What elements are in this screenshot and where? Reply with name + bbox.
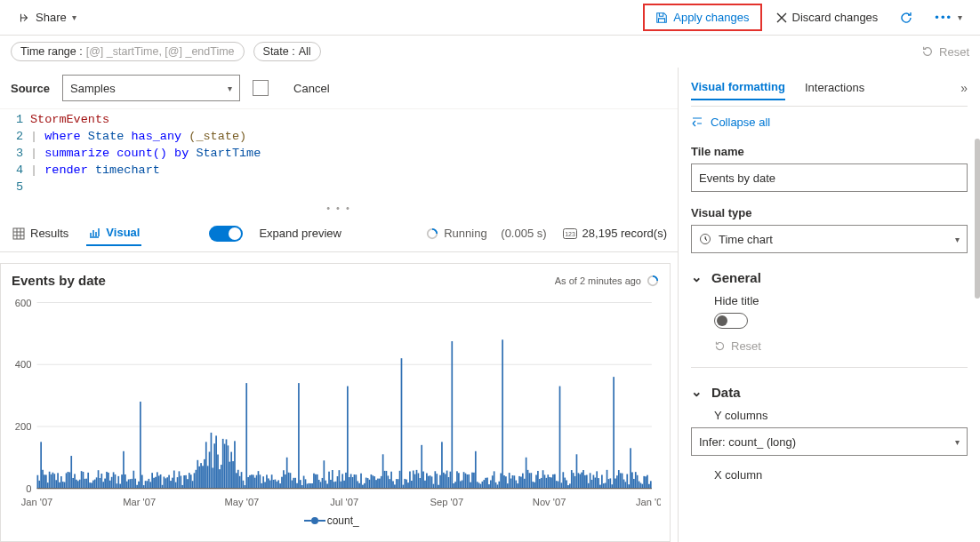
svg-rect-267 bbox=[453, 483, 454, 489]
scrollbar[interactable] bbox=[975, 139, 980, 299]
svg-rect-174 bbox=[296, 483, 298, 489]
tile-name-input[interactable]: Events by date bbox=[691, 163, 968, 192]
svg-rect-177 bbox=[301, 485, 303, 489]
svg-rect-249 bbox=[422, 472, 424, 489]
tab-results[interactable]: Results bbox=[11, 221, 70, 245]
reset-filters-button[interactable]: Reset bbox=[921, 45, 969, 59]
svg-rect-159 bbox=[271, 474, 273, 488]
svg-rect-62 bbox=[108, 473, 109, 489]
svg-rect-156 bbox=[266, 474, 268, 488]
svg-rect-365 bbox=[618, 470, 620, 489]
svg-rect-173 bbox=[294, 478, 296, 489]
top-toolbar: Share ▾ Apply changes Discard changes ••… bbox=[0, 0, 980, 36]
svg-rect-0 bbox=[13, 228, 24, 239]
reset-section-button[interactable]: Reset bbox=[714, 339, 761, 353]
svg-rect-73 bbox=[126, 482, 128, 489]
svg-rect-297 bbox=[503, 475, 505, 489]
svg-rect-237 bbox=[403, 485, 405, 489]
svg-rect-151 bbox=[258, 471, 260, 488]
svg-rect-155 bbox=[264, 482, 266, 488]
collapse-all-button[interactable]: Collapse all bbox=[691, 107, 770, 138]
line-gutter: 12345 bbox=[0, 109, 30, 197]
chart-icon bbox=[88, 227, 100, 239]
svg-rect-124 bbox=[212, 467, 213, 488]
svg-rect-330 bbox=[559, 387, 561, 489]
svg-rect-40 bbox=[70, 456, 72, 489]
svg-rect-279 bbox=[473, 473, 475, 489]
svg-rect-251 bbox=[426, 474, 428, 489]
svg-rect-81 bbox=[140, 402, 141, 489]
table-icon bbox=[12, 227, 25, 240]
query-editor[interactable]: 12345 StormEvents | where State has_any … bbox=[0, 108, 678, 201]
svg-rect-308 bbox=[522, 474, 524, 489]
collapse-icon bbox=[691, 116, 703, 129]
svg-rect-246 bbox=[418, 473, 420, 488]
svg-rect-238 bbox=[404, 479, 406, 489]
svg-rect-24 bbox=[44, 474, 45, 488]
tab-visual-formatting[interactable]: Visual formatting bbox=[691, 75, 785, 100]
share-button[interactable]: Share ▾ bbox=[11, 7, 84, 28]
svg-rect-371 bbox=[628, 484, 630, 488]
svg-rect-119 bbox=[204, 459, 205, 489]
svg-rect-75 bbox=[130, 479, 132, 488]
editor-resize-handle[interactable]: • • • bbox=[0, 201, 678, 215]
svg-rect-343 bbox=[581, 473, 582, 489]
svg-rect-48 bbox=[84, 479, 86, 489]
svg-rect-292 bbox=[495, 482, 497, 489]
svg-rect-76 bbox=[132, 479, 133, 489]
svg-rect-188 bbox=[320, 482, 322, 488]
refresh-button[interactable] bbox=[892, 7, 920, 28]
tab-interactions[interactable]: Interactions bbox=[805, 76, 864, 100]
visual-type-dropdown[interactable]: Time chart ▾ bbox=[691, 225, 968, 253]
svg-rect-228 bbox=[387, 475, 389, 488]
source-dropdown[interactable]: Samples ▾ bbox=[62, 75, 240, 101]
svg-rect-213 bbox=[362, 485, 364, 489]
svg-rect-218 bbox=[371, 474, 373, 489]
svg-rect-112 bbox=[192, 481, 194, 488]
ycolumns-dropdown[interactable]: Infer: count_ (long) ▾ bbox=[691, 427, 968, 456]
close-icon bbox=[776, 12, 787, 23]
svg-rect-247 bbox=[419, 478, 421, 489]
svg-rect-278 bbox=[471, 473, 473, 489]
discard-changes-button[interactable]: Discard changes bbox=[769, 7, 886, 28]
timechart[interactable]: 0200400600Jan '07Mar '07May '07Jul '07Se… bbox=[10, 295, 661, 511]
chevron-down-icon: ▾ bbox=[958, 12, 962, 22]
source-checkbox[interactable] bbox=[253, 80, 269, 96]
svg-text:May '07: May '07 bbox=[225, 496, 260, 506]
svg-rect-331 bbox=[561, 482, 563, 488]
tab-visual[interactable]: Visual bbox=[86, 220, 141, 246]
expand-pane-icon[interactable]: » bbox=[960, 81, 968, 95]
svg-rect-363 bbox=[615, 479, 616, 489]
svg-rect-196 bbox=[333, 482, 335, 488]
svg-rect-379 bbox=[641, 484, 643, 489]
more-menu[interactable]: ••• ▾ bbox=[928, 7, 969, 28]
state-filter[interactable]: State : All bbox=[253, 42, 321, 61]
svg-rect-94 bbox=[162, 485, 164, 489]
svg-rect-175 bbox=[298, 383, 300, 489]
svg-rect-203 bbox=[345, 473, 347, 489]
section-data[interactable]: ⌄ Data bbox=[691, 384, 968, 400]
svg-rect-243 bbox=[413, 471, 414, 489]
svg-rect-80 bbox=[138, 482, 140, 489]
cancel-button[interactable]: Cancel bbox=[293, 82, 329, 95]
svg-rect-41 bbox=[72, 478, 74, 489]
ycolumns-value: Infer: count_ (long) bbox=[699, 435, 796, 449]
svg-rect-123 bbox=[211, 433, 213, 489]
time-range-value: [@] _startTime, [@] _endTime bbox=[86, 45, 235, 58]
svg-rect-321 bbox=[544, 474, 546, 488]
svg-rect-272 bbox=[462, 481, 463, 489]
share-icon bbox=[18, 12, 30, 24]
section-general[interactable]: ⌄ General bbox=[691, 269, 968, 285]
svg-rect-351 bbox=[594, 478, 596, 489]
apply-changes-button[interactable]: Apply changes bbox=[648, 7, 756, 28]
svg-rect-282 bbox=[478, 482, 480, 488]
svg-rect-46 bbox=[81, 471, 83, 489]
svg-rect-198 bbox=[337, 476, 339, 489]
time-range-filter[interactable]: Time range : [@] _startTime, [@] _endTim… bbox=[11, 42, 245, 61]
visual-type-label: Visual type bbox=[691, 206, 968, 219]
svg-rect-152 bbox=[260, 474, 261, 488]
expand-preview-toggle[interactable] bbox=[209, 226, 243, 242]
hide-title-toggle[interactable] bbox=[714, 313, 748, 329]
svg-rect-362 bbox=[613, 377, 615, 489]
svg-rect-101 bbox=[173, 471, 175, 489]
